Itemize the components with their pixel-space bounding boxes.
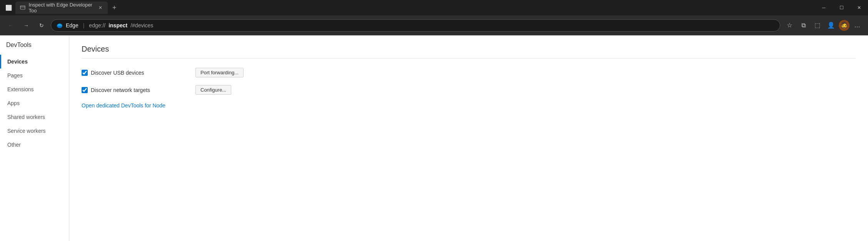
address-path: inspect <box>108 22 127 28</box>
node-devtools-link[interactable]: Open dedicated DevTools for Node <box>82 102 165 109</box>
profile-icon[interactable]: 👤 <box>825 19 837 32</box>
addressbar: ← → ↻ Edge | edge://inspect/#devices ☆ ⧉… <box>0 15 868 35</box>
minimize-button[interactable]: ─ <box>815 0 833 15</box>
new-tab-button[interactable]: + <box>109 4 120 12</box>
collections-icon[interactable]: ⧉ <box>797 19 810 32</box>
sidebar-item-pages[interactable]: Pages <box>0 69 69 82</box>
toolbar-icons: ☆ ⧉ ⬚ 👤 🧔 … <box>783 19 863 32</box>
sidebar-title: DevTools <box>0 42 69 55</box>
svg-rect-0 <box>20 6 25 9</box>
active-tab[interactable]: Inspect with Edge Developer Too ✕ <box>15 2 108 14</box>
tab-close-button[interactable]: ✕ <box>98 4 103 11</box>
window-controls: ─ ☐ ✕ <box>815 0 868 15</box>
network-targets-checkbox-label[interactable]: Discover network targets <box>82 87 189 93</box>
usb-devices-checkbox[interactable] <box>82 70 88 76</box>
address-suffix: /#devices <box>130 22 153 28</box>
sidebar-item-extensions[interactable]: Extensions <box>0 82 69 96</box>
page-title: Devices <box>82 45 856 59</box>
maximize-button[interactable]: ☐ <box>833 0 850 15</box>
forward-button[interactable]: → <box>20 19 32 32</box>
usb-devices-checkbox-label[interactable]: Discover USB devices <box>82 70 189 76</box>
sidebar-item-apps[interactable]: Apps <box>0 96 69 110</box>
sidebar-item-devices[interactable]: Devices <box>0 55 69 69</box>
address-separator: | <box>83 22 85 28</box>
address-scheme: edge:// <box>89 22 105 28</box>
tab-favicon <box>20 5 25 11</box>
titlebar-left: ⬜ Inspect with Edge Developer Too ✕ + <box>3 2 120 14</box>
window-icon: ⬜ <box>3 2 14 13</box>
network-targets-row: Discover network targets Configure... <box>82 85 856 95</box>
tab-title: Inspect with Edge Developer Too <box>28 2 95 13</box>
sidebar-icon[interactable]: ⬚ <box>811 19 823 32</box>
content-area: Devices Discover USB devices Port forwar… <box>69 35 868 241</box>
usb-devices-label: Discover USB devices <box>91 70 144 76</box>
configure-button[interactable]: Configure... <box>195 85 231 95</box>
titlebar: ⬜ Inspect with Edge Developer Too ✕ + ─ … <box>0 0 868 15</box>
back-button[interactable]: ← <box>5 19 17 32</box>
sidebar-item-other[interactable]: Other <box>0 138 69 152</box>
main-layout: DevTools Devices Pages Extensions Apps S… <box>0 35 868 241</box>
sidebar-item-service-workers[interactable]: Service workers <box>0 124 69 138</box>
favorites-icon[interactable]: ☆ <box>783 19 796 32</box>
sidebar-item-shared-workers[interactable]: Shared workers <box>0 110 69 124</box>
avatar-image: 🧔 <box>840 21 848 30</box>
refresh-button[interactable]: ↻ <box>35 19 48 32</box>
close-button[interactable]: ✕ <box>850 0 868 15</box>
sidebar: DevTools Devices Pages Extensions Apps S… <box>0 35 69 241</box>
address-bar[interactable]: Edge | edge://inspect/#devices <box>51 19 780 32</box>
menu-icon[interactable]: … <box>851 19 863 32</box>
network-targets-checkbox[interactable] <box>82 87 88 93</box>
user-avatar[interactable]: 🧔 <box>839 20 850 31</box>
usb-devices-row: Discover USB devices Port forwarding... <box>82 68 856 77</box>
address-brand: Edge <box>66 22 78 28</box>
network-targets-label: Discover network targets <box>91 87 150 93</box>
port-forwarding-button[interactable]: Port forwarding... <box>195 68 244 77</box>
edge-logo-icon <box>57 22 63 28</box>
